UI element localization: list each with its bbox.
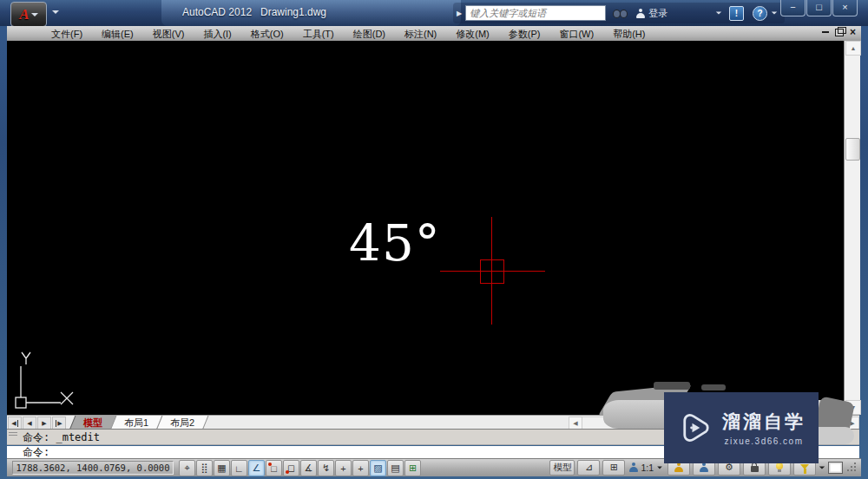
close-button[interactable]: × xyxy=(832,0,858,16)
quick-view-drawings-button[interactable]: ⊞ xyxy=(602,460,625,476)
quick-access-toolbar-dropdown-icon[interactable] xyxy=(52,10,59,14)
infer-constraints-button[interactable]: ⌖ xyxy=(179,460,195,476)
gear-icon: ⚙ xyxy=(725,463,733,472)
lineweight-button[interactable]: + xyxy=(352,460,369,476)
title-bar: A AutoCAD 2012 Drawing1.dwg ▶ 登录 ! ? − □… xyxy=(0,0,868,26)
menu-dimension[interactable]: 标注(N) xyxy=(395,27,446,41)
clean-screen-button[interactable] xyxy=(828,462,843,474)
model-space-button[interactable]: 模型 xyxy=(549,460,575,476)
menu-file[interactable]: 文件(F) xyxy=(42,27,92,41)
angle-text: 45° xyxy=(349,216,441,272)
dynamic-input-button[interactable]: + xyxy=(335,460,352,476)
snap-marker-icon xyxy=(268,463,272,466)
window-controls: − □ × xyxy=(779,0,858,16)
document-title: Drawing1.dwg xyxy=(260,6,326,18)
snap-mode-button[interactable]: ⣿ xyxy=(196,460,213,476)
menu-parametric[interactable]: 参数(P) xyxy=(499,27,550,41)
tabs-container: 模型 布局1 布局2 xyxy=(73,416,206,430)
sign-in-label: 登录 xyxy=(648,7,667,20)
command-panel-grip[interactable] xyxy=(9,432,17,437)
object-snap-3d-button[interactable]: ◻ xyxy=(283,460,299,476)
infocenter-expander-icon[interactable]: ▶ xyxy=(457,10,462,17)
quick-view-layouts-button[interactable]: ⊿ xyxy=(577,460,600,476)
sign-in-control[interactable]: 登录 xyxy=(636,7,667,20)
watermark-title: 溜溜自学 xyxy=(722,410,806,434)
menu-help[interactable]: 帮助(H) xyxy=(603,27,654,41)
menu-view[interactable]: 视图(V) xyxy=(143,27,194,41)
communication-center-icon[interactable]: ! xyxy=(729,6,744,21)
annotation-scale-control[interactable]: 1:1 xyxy=(628,463,665,473)
watermark-url: zixue.3d66.com xyxy=(724,436,803,446)
ortho-mode-button[interactable]: ∟ xyxy=(231,460,247,476)
app-title: AutoCAD 2012 xyxy=(182,6,252,18)
menu-draw[interactable]: 绘图(D) xyxy=(344,27,395,41)
dynamic-ucs-button[interactable]: ↯ xyxy=(318,460,334,476)
search-input[interactable] xyxy=(465,5,606,21)
minimize-button[interactable]: − xyxy=(780,0,806,16)
sign-in-dropdown-icon[interactable] xyxy=(716,11,721,14)
watermark: 溜溜自学 zixue.3d66.com xyxy=(664,392,819,463)
annotation-scale-icon xyxy=(629,463,638,472)
chevron-down-icon xyxy=(31,13,38,16)
annotation-scale-value: 1:1 xyxy=(641,463,654,473)
menu-modify[interactable]: 修改(M) xyxy=(446,27,499,41)
menu-edit[interactable]: 编辑(E) xyxy=(92,27,143,41)
doc-minimize-icon[interactable] xyxy=(822,29,829,33)
drafting-toggles: ⌖ ⣿ ▦ ∟ ∠ □ ◻ ∡ ↯ + + ▨ ▤ ⊞ xyxy=(179,460,421,476)
document-window-controls: × xyxy=(822,28,856,36)
lightbulb-icon xyxy=(776,463,783,469)
scale-dropdown-icon[interactable] xyxy=(657,466,662,469)
status-bar-menu-icon[interactable] xyxy=(819,466,825,469)
resize-grip[interactable] xyxy=(847,463,857,472)
object-snap-button[interactable]: □ xyxy=(266,460,282,476)
coordinates-display: 1788.3602, 1400.0769, 0.0000 xyxy=(12,461,174,475)
drawing-area[interactable]: 45° xyxy=(7,41,844,415)
quick-properties-button[interactable]: ▤ xyxy=(387,460,404,476)
polar-tracking-button[interactable]: ∠ xyxy=(248,460,265,476)
help-icon[interactable]: ? xyxy=(753,6,767,21)
crosshair-pickbox xyxy=(480,259,504,284)
funnel-icon xyxy=(800,464,809,469)
doc-close-icon[interactable]: × xyxy=(850,28,856,36)
autocad-logo-icon: A xyxy=(19,6,29,23)
doc-restore-icon[interactable] xyxy=(835,29,844,36)
infocenter-bar: ▶ 登录 ! ? xyxy=(453,3,785,23)
search-binoculars-icon[interactable] xyxy=(613,10,628,17)
menu-window[interactable]: 窗口(W) xyxy=(549,27,603,41)
annotation-visibility-icon xyxy=(674,463,683,472)
menu-bar: 文件(F) 编辑(E) 视图(V) 插入(I) 格式(O) 工具(T) 绘图(D… xyxy=(7,26,861,42)
grid-display-button[interactable]: ▦ xyxy=(214,460,230,476)
help-dropdown-icon[interactable] xyxy=(772,11,777,14)
vertical-scroll-thumb[interactable] xyxy=(845,138,860,161)
vertical-scrollbar[interactable]: ▲ ▼ xyxy=(844,41,860,415)
maximize-button[interactable]: □ xyxy=(806,0,832,16)
menu-tools[interactable]: 工具(T) xyxy=(293,27,344,41)
lock-icon xyxy=(751,466,759,472)
scroll-up-icon[interactable]: ▲ xyxy=(845,41,861,56)
annotation-autoscale-icon xyxy=(700,463,708,472)
menu-insert[interactable]: 插入(I) xyxy=(194,27,240,41)
user-icon xyxy=(636,9,645,18)
menu-format[interactable]: 格式(O) xyxy=(241,27,293,41)
selection-cycling-button[interactable]: ⊞ xyxy=(404,460,421,476)
application-menu-button[interactable]: A xyxy=(10,2,47,27)
autocad-window: A AutoCAD 2012 Drawing1.dwg ▶ 登录 ! ? − □… xyxy=(0,0,868,479)
transparency-button[interactable]: ▨ xyxy=(370,460,386,476)
ucs-icon xyxy=(14,351,83,412)
snap-marker-icon xyxy=(286,470,289,474)
object-snap-tracking-button[interactable]: ∡ xyxy=(300,460,317,476)
play-logo-icon xyxy=(677,410,713,446)
